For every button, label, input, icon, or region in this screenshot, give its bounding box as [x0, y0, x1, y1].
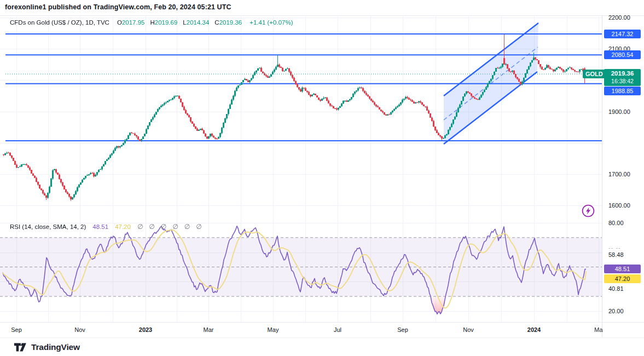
- rsi-axis-muted-tick: -- --: [608, 244, 621, 251]
- empty-set-icon: ∅: [196, 223, 201, 231]
- price-axis-tick: 1600.00: [608, 202, 630, 209]
- empty-set-icon: ∅: [184, 223, 190, 231]
- footer-separator: [0, 337, 644, 338]
- ohlc-item: C2019.36: [214, 19, 242, 26]
- lightning-trade-icon[interactable]: [581, 204, 595, 218]
- ohlc-item: H2019.69: [150, 19, 177, 26]
- price-level-badge: 2080.54: [604, 50, 641, 59]
- rsi-axis-tick: 20.00: [608, 307, 624, 315]
- empty-set-icon: ∅: [149, 223, 154, 231]
- tradingview-wordmark: TradingView: [31, 342, 80, 352]
- rsi-value: 48.51: [92, 223, 108, 230]
- price-axis-tick: 1900.00: [608, 108, 630, 116]
- tradingview-logo-icon: [14, 342, 27, 353]
- symbol-tag-badge: GOLD: [583, 70, 606, 78]
- rsi-value-badge: 47.20: [604, 274, 641, 283]
- price-axis-tick: 1700.00: [608, 170, 630, 178]
- ohlc-values: O2017.95H2019.69L2014.34C2019.36: [117, 19, 242, 26]
- rsi-empty-slot-icons: ∅∅∅∅∅∅: [137, 223, 202, 231]
- time-axis-label: Ma: [594, 326, 602, 333]
- tradingview-logo[interactable]: TradingView: [14, 342, 80, 353]
- ohlc-item: L2014.34: [183, 19, 209, 26]
- rsi-axis-tick: 80.00: [608, 219, 624, 227]
- time-axis-separator: [0, 322, 644, 323]
- empty-set-icon: ∅: [161, 223, 166, 231]
- last-price-value: 2019.36: [604, 69, 641, 78]
- symbol-legend[interactable]: CFDs on Gold (US$ / OZ), 1D, TVC O2017.9…: [10, 19, 293, 26]
- time-axis-label: Nov: [463, 326, 474, 333]
- ohlc-item: O2017.95: [117, 19, 145, 26]
- bar-countdown: 16:38:42: [604, 78, 641, 86]
- tradingview-gold-chart: { "header": { "byline": "forexonline1 pu…: [0, 0, 644, 356]
- time-axis-label: 2024: [527, 326, 541, 333]
- time-axis-label: Sep: [11, 326, 22, 333]
- axis-separator: [602, 15, 602, 337]
- price-level-badge: 2147.32: [604, 30, 641, 38]
- time-axis-label: May: [268, 326, 279, 333]
- time-axis-label: Mar: [204, 326, 214, 333]
- price-level-badge: 1988.85: [604, 87, 641, 95]
- rsi-axis-tick: 40.81: [608, 285, 624, 292]
- time-axis-label: Nov: [74, 326, 85, 333]
- time-axis-label: 2023: [139, 326, 152, 333]
- byline-text: forexonline1 published on TradingView.co…: [5, 3, 231, 11]
- last-price-badge: 2019.36 16:38:42: [604, 69, 641, 86]
- rsi-value-badge: 48.51: [604, 265, 641, 273]
- change-value: +1.41 (+0.07%): [250, 19, 293, 26]
- rsi-title: RSI (14, close, SMA, 14, 2): [10, 223, 86, 230]
- rsi-sma-value: 47.20: [115, 223, 131, 230]
- price-and-rsi-chart-canvas[interactable]: [0, 15, 602, 322]
- time-axis-label: Sep: [397, 326, 408, 333]
- rsi-axis-tick: 58.48: [608, 251, 624, 259]
- rsi-legend[interactable]: RSI (14, close, SMA, 14, 2) 48.51 47.20 …: [10, 223, 202, 231]
- price-axis-tick: 2200.00: [608, 14, 630, 21]
- symbol-title: CFDs on Gold (US$ / OZ), 1D, TVC: [10, 19, 109, 26]
- empty-set-icon: ∅: [172, 223, 178, 231]
- time-axis-label: Jul: [334, 326, 341, 333]
- empty-set-icon: ∅: [137, 223, 143, 231]
